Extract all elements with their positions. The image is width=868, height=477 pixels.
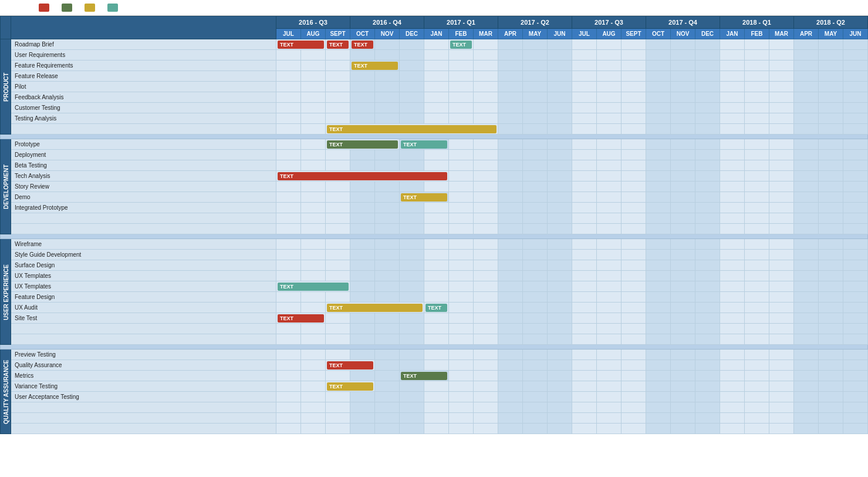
gantt-cell <box>745 150 769 160</box>
gantt-bar: TEXT <box>278 283 349 291</box>
gantt-cell <box>572 371 597 381</box>
gantt-cell <box>843 392 868 402</box>
row-label: Feedback Analysis <box>11 92 276 103</box>
gantt-cell <box>572 239 597 250</box>
month-header: OCT <box>646 29 671 39</box>
gantt-cell <box>548 203 572 213</box>
gantt-cell <box>646 92 671 103</box>
gantt-cell <box>276 402 301 413</box>
gantt-cell <box>622 313 646 324</box>
gantt-cell <box>695 192 720 203</box>
gantt-cell <box>720 381 745 392</box>
gantt-cell <box>498 39 523 50</box>
gantt-cell <box>498 271 523 281</box>
gantt-cell <box>671 402 695 413</box>
gantt-cell <box>474 271 498 281</box>
gantt-cell <box>523 381 548 392</box>
gantt-cell <box>646 334 671 345</box>
gantt-cell <box>720 250 745 260</box>
gantt-cell <box>498 350 523 360</box>
gantt-cell <box>720 313 745 324</box>
gantt-cell <box>745 413 769 424</box>
gantt-cell <box>843 160 868 171</box>
gantt-cell <box>523 124 548 135</box>
gantt-cell <box>523 139 548 150</box>
gantt-cell <box>449 192 474 203</box>
gantt-bar: TEXT <box>401 193 447 201</box>
gantt-cell <box>597 171 622 182</box>
row-label <box>11 213 276 224</box>
gantt-cell <box>572 82 597 92</box>
table-row: User Requirements <box>1 50 868 61</box>
gantt-cell <box>424 203 449 213</box>
gantt-cell <box>695 150 720 160</box>
gantt-cell <box>819 324 843 334</box>
gantt-cell <box>695 360 720 371</box>
gantt-cell: TEXT <box>326 139 400 150</box>
gantt-bar: TEXT <box>278 41 324 49</box>
gantt-cell <box>523 192 548 203</box>
gantt-cell <box>548 250 572 260</box>
gantt-cell <box>572 313 597 324</box>
gantt-cell <box>276 182 301 192</box>
gantt-cell <box>695 381 720 392</box>
row-label: Beta Testing <box>11 160 276 171</box>
gantt-cell <box>794 324 819 334</box>
gantt-cell <box>819 82 843 92</box>
gantt-cell <box>375 350 400 360</box>
gantt-cell <box>622 381 646 392</box>
table-row: DEVELOPMENTPrototypeTEXTTEXT <box>1 139 868 150</box>
table-row: Customer Testing <box>1 103 868 113</box>
gantt-cell <box>745 313 769 324</box>
gantt-cell <box>769 39 794 50</box>
gantt-cell <box>424 92 449 103</box>
gantt-cell <box>449 334 474 345</box>
gantt-cell <box>474 50 498 61</box>
month-header: MAR <box>474 29 498 39</box>
gantt-cell <box>720 303 745 313</box>
gantt-cell <box>400 360 424 371</box>
gantt-bar: TEXT <box>450 41 472 49</box>
gantt-cell <box>646 303 671 313</box>
gantt-cell <box>449 392 474 402</box>
gantt-cell <box>326 224 350 234</box>
gantt-cell <box>424 213 449 224</box>
roadmap-container[interactable]: 2016 - Q32016 - Q42017 - Q12017 - Q22017… <box>0 16 868 434</box>
gantt-cell <box>745 392 769 402</box>
gantt-cell <box>597 402 622 413</box>
gantt-cell <box>794 113 819 124</box>
gantt-cell <box>523 413 548 424</box>
gantt-cell <box>720 160 745 171</box>
gantt-cell <box>301 224 326 234</box>
gantt-cell <box>548 292 572 303</box>
gantt-cell <box>794 182 819 192</box>
gantt-cell <box>301 139 326 150</box>
gantt-cell <box>548 313 572 324</box>
gantt-cell <box>769 371 794 381</box>
gantt-cell <box>498 292 523 303</box>
gantt-cell <box>646 350 671 360</box>
gantt-cell <box>400 92 424 103</box>
gantt-cell <box>424 39 449 50</box>
gantt-cell <box>523 402 548 413</box>
gantt-cell <box>695 171 720 182</box>
gantt-cell <box>424 413 449 424</box>
gantt-cell <box>597 92 622 103</box>
gantt-cell <box>424 392 449 402</box>
gantt-cell <box>843 39 868 50</box>
gantt-cell <box>350 392 375 402</box>
gantt-cell <box>375 192 400 203</box>
gantt-cell <box>424 381 449 392</box>
month-header: JUN <box>548 29 572 39</box>
gantt-cell <box>301 50 326 61</box>
gantt-cell <box>745 71 769 82</box>
gantt-cell <box>745 139 769 150</box>
gantt-cell <box>720 424 745 434</box>
gantt-cell <box>498 61 523 71</box>
row-label: Site Test <box>11 313 276 324</box>
status-planning <box>39 4 52 12</box>
gantt-cell <box>449 413 474 424</box>
gantt-cell <box>572 171 597 182</box>
gantt-cell <box>375 313 400 324</box>
gantt-cell <box>326 313 350 324</box>
